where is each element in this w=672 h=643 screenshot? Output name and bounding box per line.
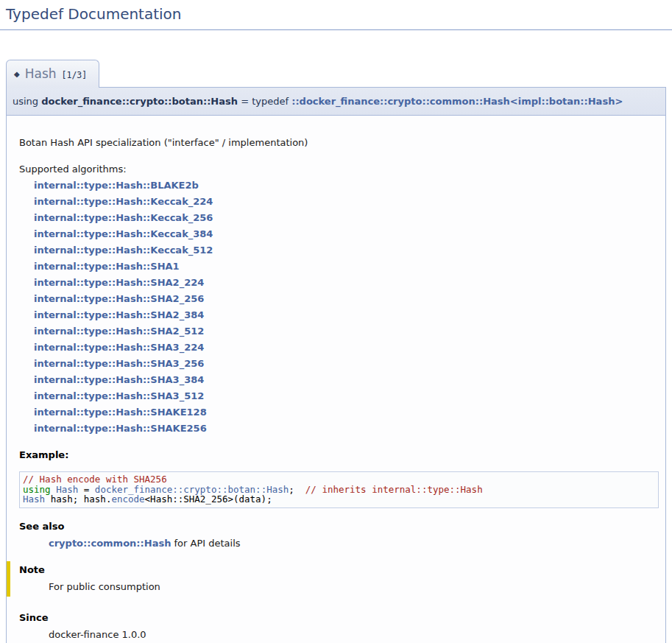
code-line: using Hash = docker_finance::crypto::bot… (23, 485, 654, 495)
list-item: internal::type::Hash::SHA3_224 (34, 340, 659, 356)
member-item: using docker_finance::crypto::botan::Has… (6, 87, 666, 643)
code-link-hash[interactable]: Hash (23, 493, 45, 505)
member-overload-count: [1/3] (62, 70, 88, 80)
proto-typedef-name: docker_finance::crypto::botan::Hash (41, 96, 238, 107)
algorithm-link[interactable]: internal::type::Hash::SHA3_384 (34, 374, 204, 385)
algorithm-link[interactable]: internal::type::Hash::SHA2_384 (34, 309, 204, 320)
algorithm-link[interactable]: internal::type::Hash::SHA3_512 (34, 390, 204, 401)
member-name: Hash (25, 66, 57, 81)
see-also-text: for API details (171, 538, 240, 549)
permalink-icon[interactable]: ◆ (14, 70, 20, 78)
list-item: internal::type::Hash::Keccak_256 (34, 210, 659, 226)
note-section: Note For public consumption (7, 561, 659, 597)
proto-using-keyword: using (13, 96, 41, 107)
code-link-encode[interactable]: encode (111, 493, 144, 505)
algorithm-link[interactable]: internal::type::Hash::Keccak_384 (34, 228, 213, 239)
page-title: Typedef Documentation (0, 0, 672, 30)
list-item: internal::type::Hash::SHA2_512 (34, 323, 659, 340)
algorithm-link[interactable]: internal::type::Hash::Keccak_512 (34, 245, 213, 256)
see-also-link[interactable]: crypto::common::Hash (49, 538, 171, 549)
brief-description: Botan Hash API specialization ("interfac… (19, 136, 659, 150)
proto-template-args-link[interactable]: <impl::botan::Hash> (510, 96, 623, 107)
list-item: internal::type::Hash::SHA2_256 (34, 291, 659, 307)
code-text: hash; hash. (45, 493, 111, 505)
code-text: <Hash::SHA2_256>(data); (145, 493, 272, 505)
code-example-block: // Hash encode with SHA256 using Hash = … (19, 471, 659, 508)
algorithm-link[interactable]: internal::type::Hash::Keccak_224 (34, 196, 213, 207)
list-item: internal::type::Hash::SHA2_384 (34, 307, 659, 323)
since-label: Since (19, 611, 659, 624)
list-item: internal::type::Hash::SHA3_512 (34, 388, 659, 404)
algorithm-link[interactable]: internal::type::Hash::SHA2_256 (34, 293, 204, 304)
list-item: internal::type::Hash::SHA1 (34, 259, 659, 275)
code-line: Hash hash; hash.encode<Hash::SHA2_256>(d… (23, 494, 654, 505)
algorithm-link[interactable]: internal::type::Hash::Keccak_256 (34, 212, 213, 223)
since-section: Since docker-finance 1.0.0 (19, 611, 659, 641)
member-hash-typedef: ◆Hash[1/3] using docker_finance::crypto:… (6, 60, 666, 643)
see-also-content: crypto::common::Hash for API details (49, 537, 659, 549)
proto-target-link[interactable]: ::docker_finance::crypto::common::Hash (291, 96, 510, 107)
algorithm-list: internal::type::Hash::BLAKE2b internal::… (34, 178, 659, 437)
list-item: internal::type::Hash::SHA2_224 (34, 275, 659, 291)
since-text: docker-finance 1.0.0 (49, 628, 659, 641)
list-item: internal::type::Hash::SHA3_256 (34, 356, 659, 372)
see-also-section: See also crypto::common::Hash for API de… (19, 520, 659, 549)
example-label: Example: (19, 449, 659, 461)
proto-equals-typedef: = typedef (238, 96, 291, 107)
algorithm-link[interactable]: internal::type::Hash::SHA2_224 (34, 277, 204, 288)
note-label: Note (19, 563, 659, 576)
member-prototype: using docker_finance::crypto::botan::Has… (6, 87, 666, 116)
list-item: internal::type::Hash::SHAKE128 (34, 404, 659, 421)
member-title-tab: ◆Hash[1/3] (6, 60, 99, 88)
algorithm-link[interactable]: internal::type::Hash::SHA3_224 (34, 342, 204, 353)
algorithm-link[interactable]: internal::type::Hash::SHA1 (34, 261, 180, 272)
list-item: internal::type::Hash::Keccak_224 (34, 194, 659, 210)
see-also-label: See also (19, 520, 659, 533)
algorithm-link[interactable]: internal::type::Hash::SHA3_256 (34, 358, 204, 369)
list-item: internal::type::Hash::SHA3_384 (34, 372, 659, 388)
supported-algorithms-label: Supported algorithms: (19, 163, 659, 176)
note-text: For public consumption (49, 580, 659, 593)
list-item: internal::type::Hash::Keccak_512 (34, 242, 659, 259)
code-comment: // inherits internal::type::Hash (305, 484, 483, 495)
member-doc: Botan Hash API specialization ("interfac… (6, 116, 666, 643)
algorithm-link[interactable]: internal::type::Hash::SHA2_512 (34, 326, 204, 337)
algorithm-link[interactable]: internal::type::Hash::SHAKE128 (34, 407, 207, 418)
example-section: Example: (19, 449, 659, 461)
list-item: internal::type::Hash::BLAKE2b (34, 178, 659, 194)
algorithm-link[interactable]: internal::type::Hash::SHAKE256 (34, 423, 207, 434)
algorithm-link[interactable]: internal::type::Hash::BLAKE2b (34, 180, 199, 191)
code-text: ; (289, 484, 305, 495)
list-item: internal::type::Hash::Keccak_384 (34, 226, 659, 242)
list-item: internal::type::Hash::SHAKE256 (34, 421, 659, 437)
code-line: // Hash encode with SHA256 (23, 474, 654, 485)
